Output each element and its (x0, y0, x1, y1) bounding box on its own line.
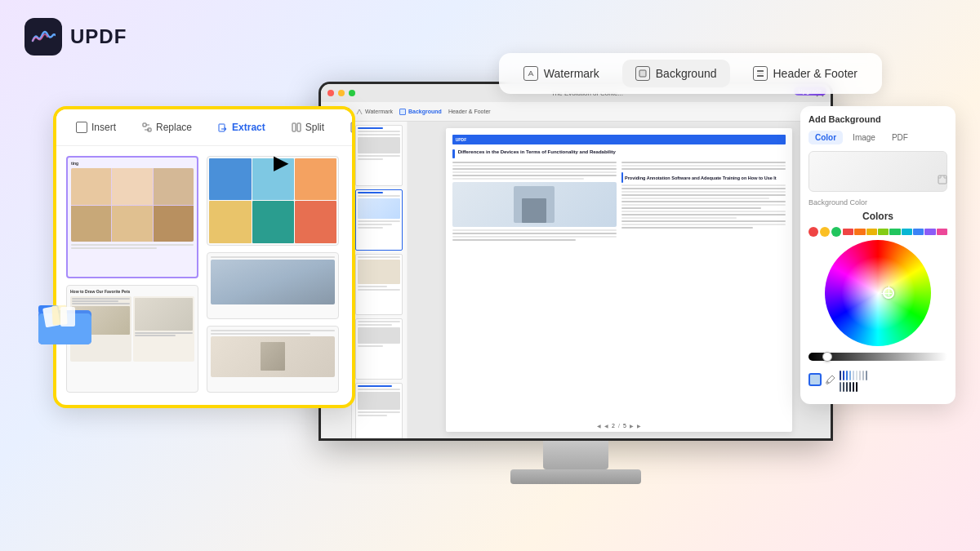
mini-page-5[interactable] (355, 383, 403, 438)
color-cell-6[interactable] (856, 371, 858, 380)
color-cell-5[interactable] (853, 371, 854, 380)
doc-page: UPDF Differences in the Devices in Terms… (446, 128, 793, 432)
color-cell-1[interactable] (840, 371, 841, 380)
app-name: UPDF (70, 25, 127, 48)
page-thumb-title: ting (71, 161, 194, 167)
doc-columns: Providing Annotation Software and Adequa… (452, 162, 786, 403)
pdf-editor-card: Insert Replace Extract Split (53, 106, 355, 408)
svg-rect-5 (143, 123, 146, 127)
mini-color-grid (840, 371, 867, 392)
svg-rect-17 (60, 307, 75, 327)
page-col-right (207, 156, 339, 393)
color-cell-8[interactable] (862, 371, 864, 380)
color-dot-red[interactable] (808, 227, 818, 237)
color-tab[interactable]: Color (808, 131, 843, 144)
color-cell-14[interactable] (853, 382, 854, 392)
mini-page-4[interactable] (355, 318, 403, 380)
eyedropper-icon[interactable] (824, 373, 837, 386)
svg-rect-20 (400, 109, 406, 114)
color-dot-yellow[interactable] (820, 227, 830, 237)
doc-logo: UPDF (456, 137, 467, 142)
color-cell-15[interactable] (856, 382, 858, 392)
mini-page-2[interactable] (355, 189, 403, 251)
background-color-label: Background Color (808, 198, 947, 207)
image-tab[interactable]: Image (846, 131, 882, 144)
monitor-background-btn[interactable]: Background (399, 109, 442, 115)
doc-title-2: Providing Annotation Software and Adequa… (625, 176, 777, 181)
page-thumb-5[interactable] (207, 326, 339, 393)
monitor-stand (543, 441, 608, 469)
slider-thumb (822, 352, 832, 362)
brightness-slider[interactable] (808, 353, 947, 361)
color-cell-7[interactable] (859, 371, 861, 380)
background-icon (635, 66, 650, 81)
swatches-row (808, 367, 947, 392)
monitor-header-footer-btn[interactable]: Header & Footer (448, 109, 491, 114)
watermark-icon (523, 66, 538, 81)
move-up-button[interactable] (342, 118, 355, 137)
background-button[interactable]: Background (622, 60, 730, 87)
right-panel: Add Background Color Image PDF Backgroun… (800, 106, 956, 404)
watermark-button[interactable]: Watermark (510, 60, 612, 87)
color-dot-green[interactable] (831, 227, 841, 237)
svg-rect-2 (757, 70, 764, 72)
color-cell-4[interactable] (849, 371, 851, 380)
color-dots-row (808, 227, 947, 237)
doc-col-right: Providing Annotation Software and Adequa… (621, 162, 786, 403)
pdf-tab[interactable]: PDF (885, 131, 915, 144)
header-footer-icon (753, 66, 768, 81)
color-wheel[interactable] (825, 240, 931, 346)
insert-button[interactable]: Insert (68, 118, 124, 137)
doc-header-bar: UPDF (452, 135, 786, 144)
monitor: The Evolution of Conte... Upgrade UPDF W… (318, 82, 833, 482)
panel-title: Add Background (808, 114, 947, 124)
color-cell-10[interactable] (840, 382, 841, 392)
color-preview-box (808, 151, 947, 192)
maximize-panel-icon[interactable] (938, 173, 947, 188)
color-bar-row (843, 229, 947, 235)
swatch-light-blue[interactable] (808, 373, 822, 386)
minimize-dot[interactable] (338, 90, 345, 96)
folder-icon (34, 294, 100, 350)
mini-page-3[interactable] (355, 254, 403, 315)
maximize-dot[interactable] (349, 90, 355, 96)
color-cell-12[interactable] (846, 382, 848, 392)
color-wheel-container[interactable] (825, 240, 931, 346)
replace-button[interactable]: Replace (134, 118, 200, 137)
color-cell-11[interactable] (843, 382, 844, 392)
pages-panel (352, 122, 408, 438)
doc-col-left (452, 162, 617, 403)
mini-page-1[interactable] (355, 125, 403, 186)
colors-label: Colors (808, 211, 947, 222)
doc-area: UPDF Differences in the Devices in Terms… (408, 122, 831, 438)
svg-rect-10 (351, 122, 355, 132)
split-icon (292, 122, 301, 132)
monitor-content: UPDF Differences in the Devices in Terms… (321, 122, 831, 438)
page-editor-toolbar: Insert Replace Extract Split (56, 109, 352, 146)
svg-rect-27 (938, 176, 947, 184)
split-button[interactable]: Split (283, 118, 332, 137)
header-footer-button[interactable]: Header & Footer (740, 60, 871, 87)
panel-tabs: Color Image PDF (808, 131, 947, 144)
page-thumb-4[interactable] (207, 252, 339, 319)
monitor-watermark-icon (356, 109, 363, 115)
monitor-screen: The Evolution of Conte... Upgrade UPDF W… (318, 82, 833, 441)
top-toolbar: Watermark Background Header & Footer (499, 53, 882, 94)
monitor-base (510, 469, 641, 484)
monitor-doc-toolbar: UPDF Watermark Background Header & Foote… (321, 102, 831, 122)
color-cell-3[interactable] (846, 371, 848, 380)
color-cell-13[interactable] (849, 382, 851, 392)
monitor-inner: The Evolution of Conte... Upgrade UPDF W… (321, 84, 831, 438)
extract-button[interactable]: Extract (210, 118, 274, 137)
color-cell-9[interactable] (866, 371, 867, 380)
page-thumb-1[interactable]: ting (66, 156, 198, 278)
move-up-icon (350, 122, 355, 133)
monitor-background-icon (399, 109, 406, 115)
close-dot[interactable] (327, 90, 334, 96)
extract-icon (218, 122, 228, 132)
monitor-watermark-btn[interactable]: Watermark (356, 109, 393, 115)
doc-title-1: Differences in the Devices in Terms of F… (458, 149, 616, 156)
svg-rect-9 (297, 123, 301, 131)
color-cell-2[interactable] (843, 371, 844, 380)
insert-icon (76, 122, 87, 133)
